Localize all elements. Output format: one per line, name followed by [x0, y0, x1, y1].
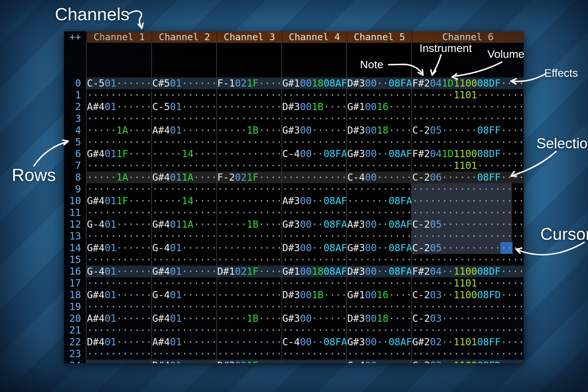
pattern-cell[interactable]: ··········· [86, 113, 152, 124]
pattern-cell[interactable]: ··········· [217, 289, 282, 301]
pattern-cell[interactable]: ··········· [217, 336, 282, 348]
pattern-cell[interactable]: ··········· [282, 301, 347, 313]
pattern-cell[interactable]: C-400······ [347, 172, 412, 183]
row-number[interactable]: 23 [64, 348, 86, 360]
pattern-cell[interactable]: ··········· [282, 277, 347, 289]
pattern-cell[interactable]: C-205·············· [412, 219, 524, 230]
pattern-cell[interactable]: ·····1B···· [217, 219, 282, 230]
pattern-cell[interactable]: C#501······ [152, 77, 217, 89]
pattern-cell[interactable]: G#300······ [282, 124, 347, 136]
pattern-cell[interactable]: G#300··08FA [282, 219, 347, 230]
channel-header-3[interactable]: Channel 3 [217, 31, 282, 43]
pattern-cell[interactable]: ··········· [347, 113, 412, 124]
pattern-cell[interactable]: ··········· [282, 254, 347, 266]
pattern-cell[interactable]: G#4011F···· [86, 148, 152, 160]
pattern-cell[interactable]: ··········· [152, 89, 217, 101]
row-number[interactable]: 16 [64, 266, 86, 277]
pattern-cell[interactable]: ··········· [152, 230, 217, 242]
pattern-cell[interactable]: D#401······ [86, 336, 152, 348]
pattern-cell[interactable]: ··········· [217, 254, 282, 266]
pattern-cell[interactable]: C-501······ [152, 101, 217, 113]
pattern-cell[interactable]: G#4011F···· [86, 195, 152, 207]
channel-header-1[interactable]: Channel 1 [86, 31, 152, 43]
pattern-cell[interactable]: ··················· [412, 348, 524, 360]
pattern-cell[interactable]: ··········· [152, 207, 217, 219]
pattern-cell[interactable]: ··········· [282, 136, 347, 148]
pattern-cell[interactable]: ··················· [412, 230, 524, 242]
row-number[interactable]: 15 [64, 254, 86, 266]
pattern-cell[interactable]: ·······1101········ [412, 160, 524, 172]
pattern-cell[interactable]: A#300··08AF [347, 219, 412, 230]
pattern-cell[interactable]: ··········· [282, 183, 347, 195]
row-number[interactable]: 11 [64, 207, 86, 219]
pattern-cell[interactable]: ··········· [152, 324, 217, 336]
pattern-cell[interactable]: D#2021F···· [217, 360, 282, 363]
pattern-cell[interactable]: ··········· [86, 348, 152, 360]
pattern-cell[interactable]: ··········· [86, 183, 152, 195]
pattern-cell[interactable]: F#2041D110008DF···· [412, 148, 524, 160]
pattern-cell[interactable]: ··················· [412, 301, 524, 313]
channel-header-6[interactable]: Channel 6 [412, 31, 524, 43]
pattern-cell[interactable]: C-205······08FF···· [412, 124, 524, 136]
pattern-cell[interactable]: ··········· [86, 324, 152, 336]
pattern-cell[interactable]: G#300··08AF [347, 336, 412, 348]
pattern-cell[interactable]: G#300··08FA [347, 242, 412, 254]
pattern-cell[interactable]: G-401······ [86, 266, 152, 277]
pattern-cell[interactable]: ··········· [282, 160, 347, 172]
row-number[interactable]: 8 [64, 172, 86, 183]
pattern-cell[interactable]: ··················· [412, 195, 524, 207]
pattern-cell[interactable]: G#401······ [86, 289, 152, 301]
pattern-cell[interactable]: F#204··110008DF···· [412, 266, 524, 277]
pattern-cell[interactable]: ··········· [86, 360, 152, 363]
pattern-cell[interactable]: C-203··110008FD···· [412, 289, 524, 301]
pattern-cell[interactable]: ··········· [86, 277, 152, 289]
pattern-cell[interactable]: ··········· [86, 136, 152, 148]
pattern-cell[interactable]: A#401······ [152, 336, 217, 348]
pattern-cell[interactable]: ··················· [412, 183, 524, 195]
pattern-cell[interactable]: ··········· [347, 277, 412, 289]
pattern-cell[interactable]: ·······1101········ [412, 277, 524, 289]
pattern-cell[interactable]: F-1021F···· [217, 77, 282, 89]
pattern-cell[interactable]: ··········· [217, 195, 282, 207]
pattern-cell[interactable]: D#3001B···· [282, 289, 347, 301]
pattern-cell[interactable]: G-401······ [152, 289, 217, 301]
pattern-cell[interactable]: ··········· [217, 348, 282, 360]
pattern-cell[interactable]: ··········· [86, 160, 152, 172]
pattern-cell[interactable]: ··········· [282, 360, 347, 363]
pattern-cell[interactable]: ··········· [152, 113, 217, 124]
pattern-cell[interactable]: C-400··08FA [282, 148, 347, 160]
row-number[interactable]: 9 [64, 183, 86, 195]
row-number[interactable]: 20 [64, 313, 86, 324]
pattern-cell[interactable]: ··········· [152, 254, 217, 266]
pattern-cell[interactable]: ··········· [152, 136, 217, 148]
pattern-cell[interactable]: ··········· [217, 324, 282, 336]
row-number[interactable]: 17 [64, 277, 86, 289]
channel-header-2[interactable]: Channel 2 [152, 31, 217, 43]
pattern-cell[interactable]: ·····1A···· [86, 172, 152, 183]
pattern-cell[interactable]: ··········· [86, 89, 152, 101]
channel-header-5[interactable]: Channel 5 [347, 31, 412, 43]
pattern-cell[interactable]: G#202··110108FF···· [412, 336, 524, 348]
pattern-cell[interactable]: ··········· [217, 242, 282, 254]
pattern-cell[interactable]: ··········· [217, 183, 282, 195]
pattern-cell[interactable]: ··········· [152, 277, 217, 289]
pattern-cell[interactable]: ··········· [347, 254, 412, 266]
pattern-cell[interactable]: ·····1A···· [86, 124, 152, 136]
pattern-cell[interactable]: ··········· [347, 136, 412, 148]
row-number[interactable]: 21 [64, 324, 86, 336]
pattern-cell[interactable]: ··················· [412, 324, 524, 336]
pattern-cell[interactable]: ··········· [152, 160, 217, 172]
pattern-cell[interactable]: ··········· [152, 348, 217, 360]
pattern-cell[interactable]: A#401······ [86, 101, 152, 113]
pattern-cell[interactable]: G#10016···· [347, 101, 412, 113]
pattern-cell[interactable]: C-400··08FA [282, 336, 347, 348]
pattern-cell[interactable]: G#1001808AF [282, 77, 347, 89]
pattern-cell[interactable]: G#300······ [282, 313, 347, 324]
pattern-cell[interactable]: ··········· [86, 301, 152, 313]
pattern-cell[interactable]: ··········· [217, 230, 282, 242]
pattern-cell[interactable]: ·····14···· [152, 148, 217, 160]
pattern-cell[interactable]: ··········· [282, 89, 347, 101]
channel-header-4[interactable]: Channel 4 [282, 31, 347, 43]
pattern-cell[interactable]: D#1021F···· [217, 266, 282, 277]
row-number[interactable]: 0 [64, 77, 86, 89]
